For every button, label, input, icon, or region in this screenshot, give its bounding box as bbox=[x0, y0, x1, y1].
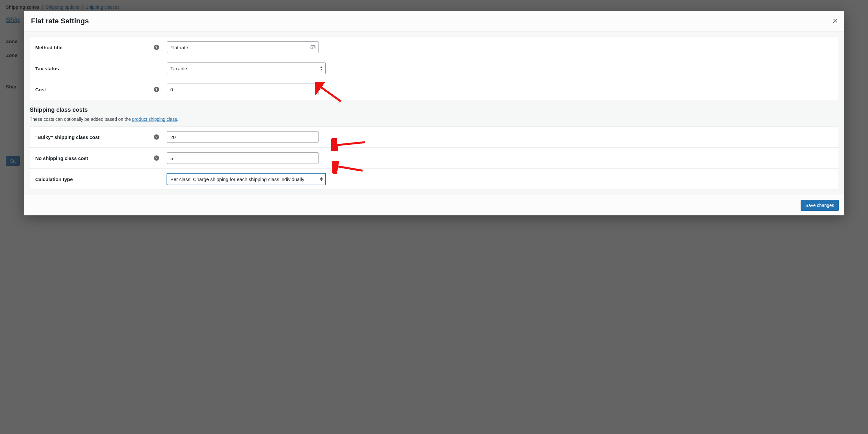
save-changes-button[interactable]: Save changes bbox=[801, 200, 839, 211]
bulky-class-cost-label: "Bulky" shipping class cost bbox=[35, 134, 99, 140]
calculation-type-value: Per class: Charge shipping for each ship… bbox=[170, 177, 305, 182]
section-description: These costs can optionally be added base… bbox=[29, 117, 839, 122]
no-class-cost-label: No shipping class cost bbox=[35, 155, 88, 161]
help-icon[interactable]: ? bbox=[154, 87, 159, 92]
section-title: Shipping class costs bbox=[29, 105, 839, 117]
modal-overlay[interactable]: Flat rate Settings Method title bbox=[0, 0, 868, 434]
tax-status-select[interactable]: Taxable bbox=[167, 63, 326, 74]
cost-label: Cost bbox=[35, 87, 46, 92]
method-title-label: Method title bbox=[35, 45, 63, 50]
help-icon[interactable]: ? bbox=[154, 155, 159, 161]
panel-class-costs: "Bulky" shipping class cost ? No shippin… bbox=[29, 126, 839, 190]
contact-card-icon bbox=[310, 44, 316, 50]
modal-footer: Save changes bbox=[24, 195, 844, 215]
help-icon[interactable]: ? bbox=[154, 45, 159, 50]
tax-status-label: Tax status bbox=[35, 66, 59, 71]
svg-point-3 bbox=[312, 46, 313, 48]
product-shipping-class-link[interactable]: product shipping class bbox=[132, 117, 177, 122]
close-icon bbox=[832, 18, 838, 25]
section-desc-suffix: . bbox=[177, 117, 178, 122]
panel-general: Method title ? bbox=[29, 37, 839, 100]
help-icon[interactable]: ? bbox=[154, 134, 159, 140]
flat-rate-settings-modal: Flat rate Settings Method title bbox=[24, 11, 844, 215]
cost-input[interactable] bbox=[167, 84, 318, 95]
method-title-input[interactable] bbox=[167, 41, 318, 53]
modal-body: Method title ? bbox=[24, 31, 844, 195]
calculation-type-select[interactable]: Per class: Charge shipping for each ship… bbox=[167, 173, 326, 185]
bulky-class-cost-input[interactable] bbox=[167, 131, 318, 143]
section-desc-prefix: These costs can optionally be added base… bbox=[30, 117, 132, 122]
select-arrows-icon bbox=[320, 177, 323, 181]
calculation-type-label: Calculation type bbox=[35, 177, 73, 182]
select-arrows-icon bbox=[320, 66, 323, 70]
shipping-class-costs-header: Shipping class costs These costs can opt… bbox=[29, 100, 839, 126]
no-class-cost-input[interactable] bbox=[167, 152, 318, 164]
tax-status-value: Taxable bbox=[170, 66, 187, 71]
modal-close-button[interactable] bbox=[826, 11, 844, 31]
modal-header: Flat rate Settings bbox=[24, 11, 844, 31]
modal-title: Flat rate Settings bbox=[24, 11, 96, 31]
